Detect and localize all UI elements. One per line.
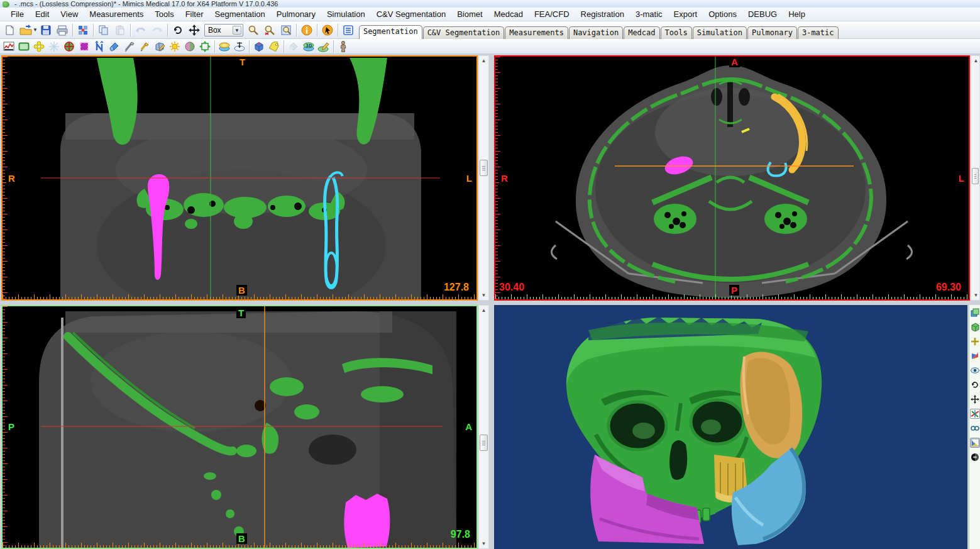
scrollbar-thumb[interactable] xyxy=(480,160,488,176)
calculate-3d-button[interactable] xyxy=(217,40,232,53)
rotate-button[interactable] xyxy=(170,23,186,38)
open-dropdown-caret[interactable]: ▼ xyxy=(33,27,38,33)
viewport-sagittal[interactable]: T B P A 97.8 xyxy=(1,305,478,549)
menu-edit[interactable]: Edit xyxy=(30,8,55,20)
coronal-slice-scrollbar[interactable]: ▲ ▼ xyxy=(478,55,489,301)
crop-mask-button[interactable] xyxy=(197,40,212,53)
menu-cv-segmentation[interactable]: C&V Segmentation xyxy=(371,8,452,20)
tab-measurements[interactable]: Measurements xyxy=(505,26,568,39)
region-grow-sphere-button[interactable] xyxy=(182,40,197,53)
menu-export[interactable]: Export xyxy=(668,8,703,20)
edit-mask-3d-button[interactable] xyxy=(152,40,167,53)
scroll-up-icon[interactable]: ▲ xyxy=(479,306,488,315)
calculate-polylines-button[interactable]: 3D xyxy=(301,40,316,53)
menu-segmentation[interactable]: Segmentation xyxy=(209,8,271,20)
zoom-mode-select[interactable]: Box ▼ xyxy=(204,24,243,36)
copy-button[interactable] xyxy=(96,23,112,38)
rotate-3d-button[interactable] xyxy=(970,380,980,390)
cube-view-button[interactable] xyxy=(970,322,980,332)
project-management-button[interactable] xyxy=(75,23,91,38)
anatomical-reconstruction-button[interactable] xyxy=(336,40,351,53)
morphology-operations-button[interactable] xyxy=(62,40,77,53)
axes-toggle-button[interactable] xyxy=(970,409,980,419)
info-button[interactable] xyxy=(299,23,315,38)
menu-simulation[interactable]: Simulation xyxy=(321,8,371,20)
split-mask-button[interactable] xyxy=(92,40,107,53)
boolean-operations-button[interactable] xyxy=(251,40,267,53)
viewport-coronal[interactable]: T B R L 127.8 xyxy=(1,55,478,301)
tab-simulation[interactable]: Simulation xyxy=(693,26,747,39)
svg-text:3D: 3D xyxy=(306,43,312,48)
menu-biomet[interactable]: Biomet xyxy=(451,8,488,20)
edit-polylines-button[interactable] xyxy=(316,40,331,53)
contrast-toggle-button[interactable] xyxy=(970,452,980,462)
undo-button-disabled[interactable] xyxy=(133,23,149,38)
chart-toggle-button[interactable] xyxy=(970,438,980,448)
open-file-button[interactable] xyxy=(18,23,34,38)
menu-fea-cfd[interactable]: FEA/CFD xyxy=(529,8,575,20)
scroll-down-icon[interactable]: ▼ xyxy=(479,291,488,300)
stereo-glasses-button[interactable] xyxy=(970,423,980,433)
pan-button[interactable] xyxy=(186,23,202,38)
multiple-slice-edit-button[interactable] xyxy=(107,40,122,53)
axial-label-top: A xyxy=(729,57,740,67)
orientation-flag-button[interactable] xyxy=(970,351,980,361)
unzoom-button[interactable] xyxy=(262,23,278,38)
viewport-axial[interactable]: A P R L 30.40 69.30 xyxy=(494,55,970,301)
tab-medcad[interactable]: Medcad xyxy=(624,26,659,39)
paste-button-disabled[interactable] xyxy=(112,23,128,38)
menu-file[interactable]: File xyxy=(5,8,30,20)
dynamic-region-grow-button-disabled[interactable] xyxy=(47,40,62,53)
menu-tools[interactable]: Tools xyxy=(149,8,179,20)
zoom-button[interactable] xyxy=(245,23,262,38)
mask-properties-button[interactable] xyxy=(267,40,282,53)
menu-pulmonary[interactable]: Pulmonary xyxy=(271,8,321,20)
region-growing-button[interactable] xyxy=(31,40,47,53)
scroll-down-icon[interactable]: ▼ xyxy=(479,539,488,548)
print-button[interactable] xyxy=(54,23,70,38)
menu-measurements[interactable]: Measurements xyxy=(84,8,149,20)
move-crosshair-button[interactable] xyxy=(970,336,980,347)
scroll-up-icon[interactable]: ▲ xyxy=(479,56,488,65)
scroll-down-icon[interactable]: ▼ xyxy=(971,291,980,300)
title-bar[interactable]: - .mcs - (Lossless Compression)* - Mimic… xyxy=(0,0,980,8)
pan-3d-button[interactable] xyxy=(970,394,980,404)
panel-toggle-button[interactable] xyxy=(340,23,356,38)
draw-profile-line-button[interactable] xyxy=(122,40,137,53)
menu-view[interactable]: View xyxy=(55,8,84,20)
save-button[interactable] xyxy=(38,23,54,38)
cavity-fill-button-disabled[interactable] xyxy=(286,40,301,53)
menu-registration[interactable]: Registration xyxy=(575,8,630,20)
tab-segmentation[interactable]: Segmentation xyxy=(359,25,422,39)
thresholding-button[interactable] xyxy=(1,40,16,53)
tab-tools[interactable]: Tools xyxy=(661,26,692,39)
edit-profile-button[interactable] xyxy=(137,40,152,53)
redo-button-disabled[interactable] xyxy=(149,23,165,38)
sagittal-slice-scrollbar[interactable]: ▲ ▼ xyxy=(478,305,489,549)
layers-button[interactable] xyxy=(970,308,980,318)
tab-cv-segmentation[interactable]: C&V Segmentation xyxy=(423,26,505,39)
menu-medcad[interactable]: Medcad xyxy=(488,8,529,20)
new-file-button[interactable] xyxy=(1,23,18,38)
axial-slice-scrollbar[interactable]: ▲ ▼ xyxy=(971,55,980,301)
tab-navigation[interactable]: Navigation xyxy=(569,26,623,39)
tab-pulmonary[interactable]: Pulmonary xyxy=(747,26,797,39)
zoom-fit-button[interactable] xyxy=(278,23,294,38)
axial-cursor-value: 30.40 xyxy=(499,282,524,293)
crop-rectangle-button[interactable] xyxy=(16,40,31,53)
viewport-3d[interactable] xyxy=(494,305,967,549)
eye-visibility-button[interactable] xyxy=(970,365,980,375)
scrollbar-thumb[interactable] xyxy=(972,168,979,184)
tab-3matic[interactable]: 3-matic xyxy=(798,26,839,39)
scrollbar-thumb[interactable] xyxy=(480,435,488,451)
update-3d-button[interactable] xyxy=(232,40,247,53)
scroll-up-icon[interactable]: ▲ xyxy=(971,56,980,65)
context-help-button[interactable] xyxy=(319,23,336,38)
menu-3matic[interactable]: 3-matic xyxy=(630,8,668,20)
menu-filter[interactable]: Filter xyxy=(180,8,209,20)
edit-masks-button[interactable] xyxy=(77,40,92,53)
menu-debug[interactable]: DEBUG xyxy=(742,8,783,20)
menu-help[interactable]: Help xyxy=(783,8,811,20)
smart-expand-button[interactable] xyxy=(167,40,182,53)
menu-options[interactable]: Options xyxy=(703,8,742,20)
